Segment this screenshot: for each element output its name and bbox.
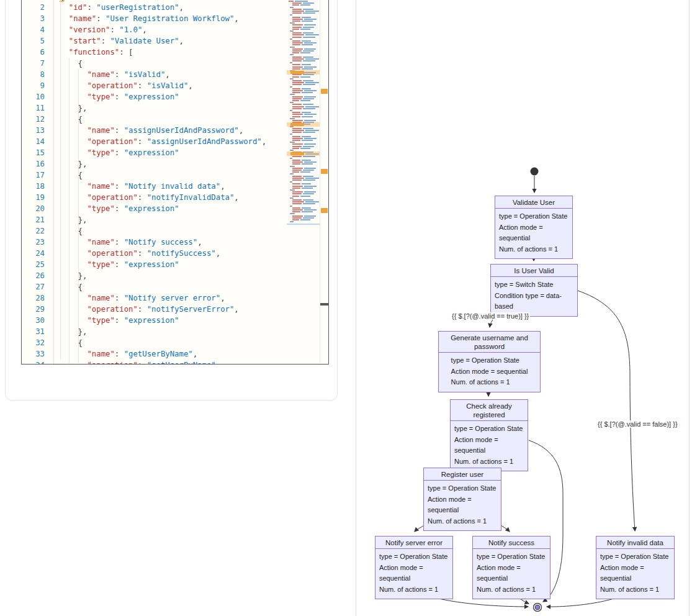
edge-label-valid-false: {{ $.[?(@.valid == false)] }} — [596, 420, 679, 428]
state-attributes: type = Operation StateAction mode = sequ… — [477, 551, 546, 595]
state-node-notify-success: Notify success type = Operation StateAct… — [472, 536, 550, 599]
state-node-validate-user: Validate User type = Operation StateActi… — [495, 196, 573, 259]
state-attributes: type = Operation StateAction mode = sequ… — [499, 211, 568, 255]
app-window: 1234567891011121314151617181920212223242… — [0, 0, 692, 616]
state-title: Notify server error — [375, 537, 452, 549]
state-attributes: type = Switch StateCondition type = data… — [495, 279, 573, 312]
edge-label-valid-true: {{ $.[?(@.valid == true)] }} — [451, 312, 530, 320]
state-node-register-user: Register user type = Operation StateActi… — [423, 468, 501, 531]
state-title: Check already registered — [451, 400, 528, 421]
state-attributes: type = Operation StateAction mode = sequ… — [379, 551, 449, 595]
workflow-edges — [0, 0, 692, 616]
state-title: Validate User — [495, 196, 572, 209]
state-title: Notify success — [473, 537, 550, 549]
state-node-check-already-registered: Check already registered type = Operatio… — [450, 399, 528, 471]
state-node-notify-server-error: Notify server error type = Operation Sta… — [375, 536, 453, 599]
state-attributes: type = Operation StateAction mode = sequ… — [600, 551, 670, 595]
state-attributes: type = Operation StateAction mode = sequ… — [428, 483, 497, 527]
state-title: Notify invalid data — [596, 537, 674, 549]
state-node-is-user-valid: Is User Valid type = Switch StateConditi… — [490, 264, 578, 317]
state-title: Generate username and password — [439, 332, 540, 353]
state-title: Register user — [424, 468, 501, 481]
final-state-icon — [534, 604, 542, 612]
state-attributes: type = Operation StateAction mode = sequ… — [454, 424, 524, 467]
initial-state-icon — [531, 168, 539, 176]
state-node-generate-username-and-password: Generate username and password type = Op… — [438, 331, 541, 392]
state-attributes: type = Operation StateAction mode = sequ… — [451, 355, 528, 388]
state-node-notify-invalid-data: Notify invalid data type = Operation Sta… — [596, 536, 675, 599]
state-title: Is User Valid — [491, 265, 577, 277]
